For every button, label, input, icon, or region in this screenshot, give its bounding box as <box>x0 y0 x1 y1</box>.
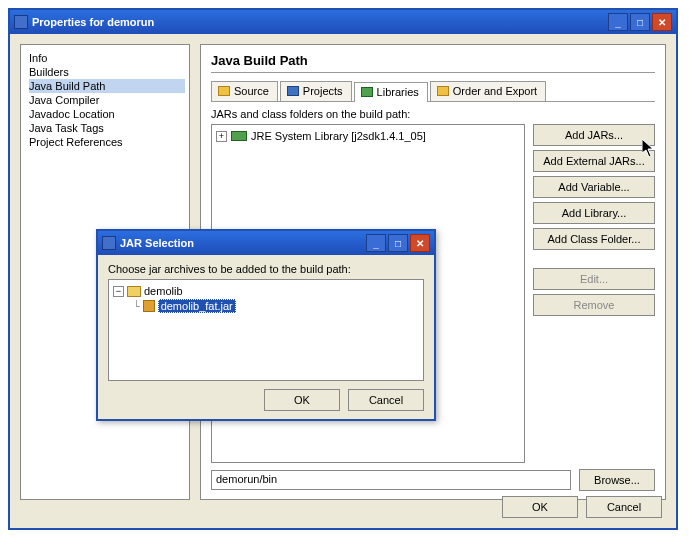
window-title: Properties for demorun <box>32 16 154 28</box>
app-icon <box>14 15 28 29</box>
remove-button: Remove <box>533 294 655 316</box>
dialog-title: JAR Selection <box>120 237 194 249</box>
maximize-button[interactable]: □ <box>630 13 650 31</box>
tab-libraries[interactable]: Libraries <box>354 82 428 102</box>
dialog-maximize-button[interactable]: □ <box>388 234 408 252</box>
tree-file-demolib-fat[interactable]: └ demolib_fat.jar <box>133 298 419 314</box>
close-button[interactable]: ✕ <box>652 13 672 31</box>
tab-source[interactable]: Source <box>211 81 278 101</box>
jar-icon <box>143 300 155 312</box>
projects-icon <box>287 86 299 96</box>
library-icon <box>231 131 247 141</box>
nav-item-builders[interactable]: Builders <box>29 65 185 79</box>
add-variable-button[interactable]: Add Variable... <box>533 176 655 198</box>
dialog-minimize-button[interactable]: _ <box>366 234 386 252</box>
add-external-jars-button[interactable]: Add External JARs... <box>533 150 655 172</box>
nav-item-java-compiler[interactable]: Java Compiler <box>29 93 185 107</box>
app-icon <box>102 236 116 250</box>
nav-item-project-references[interactable]: Project References <box>29 135 185 149</box>
add-library-button[interactable]: Add Library... <box>533 202 655 224</box>
dialog-prompt: Choose jar archives to be added to the b… <box>108 263 424 275</box>
tree-item-jre[interactable]: + JRE System Library [j2sdk1.4.1_05] <box>216 129 520 143</box>
nav-item-javadoc-location[interactable]: Javadoc Location <box>29 107 185 121</box>
cancel-button[interactable]: Cancel <box>586 496 662 518</box>
tab-projects[interactable]: Projects <box>280 81 352 101</box>
tab-bar: Source Projects Libraries Order and Expo… <box>211 81 655 102</box>
section-label: JARs and class folders on the build path… <box>211 108 655 120</box>
dialog-tree[interactable]: − demolib └ demolib_fat.jar <box>108 279 424 381</box>
tab-order-export[interactable]: Order and Export <box>430 81 546 101</box>
add-class-folder-button[interactable]: Add Class Folder... <box>533 228 655 250</box>
folder-icon <box>218 86 230 96</box>
order-icon <box>437 86 449 96</box>
dialog-ok-button[interactable]: OK <box>264 389 340 411</box>
dialog-close-button[interactable]: ✕ <box>410 234 430 252</box>
expand-icon[interactable]: + <box>216 131 227 142</box>
jar-selection-dialog: JAR Selection _ □ ✕ Choose jar archives … <box>96 229 436 421</box>
tree-folder-demolib[interactable]: − demolib <box>113 284 419 298</box>
dialog-titlebar[interactable]: JAR Selection _ □ ✕ <box>98 231 434 255</box>
button-column: Add JARs... Add External JARs... Add Var… <box>533 124 655 463</box>
add-jars-button[interactable]: Add JARs... <box>533 124 655 146</box>
edit-button: Edit... <box>533 268 655 290</box>
minimize-button[interactable]: _ <box>608 13 628 31</box>
collapse-icon[interactable]: − <box>113 286 124 297</box>
libraries-icon <box>361 87 373 97</box>
titlebar[interactable]: Properties for demorun _ □ ✕ <box>10 10 676 34</box>
nav-item-java-task-tags[interactable]: Java Task Tags <box>29 121 185 135</box>
browse-button[interactable]: Browse... <box>579 469 655 491</box>
ok-button[interactable]: OK <box>502 496 578 518</box>
nav-item-info[interactable]: Info <box>29 51 185 65</box>
folder-icon <box>127 286 141 297</box>
panel-title: Java Build Path <box>211 53 655 68</box>
nav-item-java-build-path[interactable]: Java Build Path <box>29 79 185 93</box>
dialog-cancel-button[interactable]: Cancel <box>348 389 424 411</box>
output-folder-field[interactable]: demorun/bin <box>211 470 571 490</box>
